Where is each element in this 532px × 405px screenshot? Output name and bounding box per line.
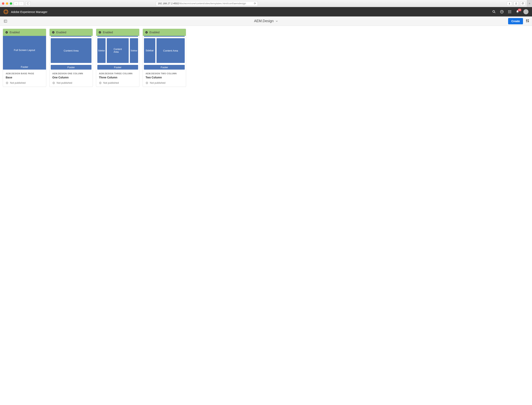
thumb-footer-label: Footer xyxy=(97,65,138,70)
thumb-footer-label: Footer xyxy=(51,65,92,70)
url-path: /libs/wcm/core/content/sites/templates.h… xyxy=(179,2,246,5)
breadcrumb-label: AEM.Design xyxy=(254,19,274,23)
card-meta: AEM.DESIGN BASE PAGE Base Not published xyxy=(3,70,46,87)
template-card[interactable]: Enabled Sidebar Content Area Footer AEM.… xyxy=(143,29,186,87)
chevron-down-icon xyxy=(276,20,278,22)
check-circle-icon xyxy=(99,31,101,34)
publish-label: Not published xyxy=(57,81,72,84)
svg-point-10 xyxy=(511,10,511,11)
template-thumbnail: Content Area Footer xyxy=(50,36,93,70)
globe-icon xyxy=(145,81,148,84)
actionbar: AEM.Design Create xyxy=(0,16,532,26)
svg-point-9 xyxy=(509,10,510,11)
status-badge: Enabled xyxy=(96,29,139,36)
template-grid: Enabled Full Screen Layout Footer AEM.DE… xyxy=(0,26,532,90)
check-circle-icon xyxy=(145,31,148,34)
thumb-fullscreen-label: Full Screen Layout xyxy=(3,36,46,64)
svg-rect-2 xyxy=(522,3,523,4)
svg-rect-20 xyxy=(528,20,529,20)
status-label: Enabled xyxy=(56,31,66,34)
template-name: One Column xyxy=(52,76,90,79)
svg-point-13 xyxy=(511,11,511,12)
reload-icon[interactable]: ⟳ xyxy=(254,2,256,5)
template-card[interactable]: Enabled Content Area Footer AEM.DESIGN O… xyxy=(49,29,93,87)
user-avatar[interactable] xyxy=(523,9,528,14)
thumb-sidebar-label: Sidebar xyxy=(97,38,105,63)
status-badge: Enabled xyxy=(143,29,186,36)
card-meta: AEM.DESIGN THREE COLUMN Three Column Not… xyxy=(96,70,139,87)
sidebar-button[interactable] xyxy=(26,1,31,6)
thumb-content-label: Content Area xyxy=(51,38,92,63)
search-icon[interactable] xyxy=(492,10,496,14)
tabs-button[interactable] xyxy=(520,1,525,6)
notification-badge: 16 xyxy=(518,9,521,11)
status-label: Enabled xyxy=(103,31,113,34)
breadcrumb[interactable]: AEM.Design xyxy=(254,19,278,23)
url-host: 192.168.27.2:4502 xyxy=(158,2,179,5)
back-button[interactable]: ‹ xyxy=(14,1,19,6)
publish-status: Not published xyxy=(145,81,183,84)
globe-icon xyxy=(52,81,55,84)
check-circle-icon xyxy=(52,31,55,34)
help-icon[interactable]: ? xyxy=(500,10,504,14)
svg-point-11 xyxy=(508,11,509,12)
thumb-sidebar-label: Sidebar xyxy=(144,38,155,63)
svg-rect-19 xyxy=(526,20,527,21)
traffic-lights xyxy=(2,2,12,5)
thumb-content-label: Content Area xyxy=(157,38,185,63)
card-meta: AEM.DESIGN TWO COLUMN Two Column Not pub… xyxy=(143,70,186,87)
status-label: Enabled xyxy=(150,31,159,34)
publish-status: Not published xyxy=(6,81,43,84)
create-button[interactable]: Create xyxy=(508,18,523,24)
aem-topbar: Adobe Experience Manager ? 16 xyxy=(0,7,532,16)
svg-point-15 xyxy=(509,13,510,13)
downloads-button[interactable] xyxy=(507,1,512,6)
template-type: AEM.DESIGN TWO COLUMN xyxy=(145,72,183,75)
globe-icon xyxy=(6,81,8,84)
publish-status: Not published xyxy=(99,81,137,84)
thumb-footer-label: Footer xyxy=(144,65,185,70)
close-window-icon[interactable] xyxy=(2,2,4,5)
status-label: Enabled xyxy=(10,31,20,34)
new-tab-button[interactable]: + xyxy=(527,0,532,7)
minimize-window-icon[interactable] xyxy=(6,2,8,5)
publish-label: Not published xyxy=(150,81,165,84)
globe-icon xyxy=(99,81,102,84)
thumb-footer-label: Footer xyxy=(3,64,46,70)
svg-point-16 xyxy=(511,13,511,13)
aem-logo-icon[interactable] xyxy=(4,9,8,14)
template-card[interactable]: Enabled Sidebar ContentArea Sidebar Foot… xyxy=(96,29,139,87)
svg-point-4 xyxy=(493,10,495,12)
svg-point-14 xyxy=(508,13,509,13)
status-badge: Enabled xyxy=(50,29,93,36)
share-button[interactable] xyxy=(514,1,519,6)
product-name[interactable]: Adobe Experience Manager xyxy=(11,10,47,14)
view-switcher[interactable] xyxy=(526,19,529,23)
url-bar[interactable]: 192.168.27.2:4502/libs/wcm/core/content/… xyxy=(156,1,258,6)
template-name: Two Column xyxy=(145,76,183,79)
template-thumbnail: Full Screen Layout Footer xyxy=(3,36,46,70)
svg-rect-3 xyxy=(522,2,524,4)
thumb-sidebar-label: Sidebar xyxy=(130,38,138,63)
rail-toggle-button[interactable] xyxy=(3,18,8,24)
template-thumbnail: Sidebar Content Area Footer xyxy=(143,36,186,70)
template-card[interactable]: Enabled Full Screen Layout Footer AEM.DE… xyxy=(3,29,46,87)
template-name: Three Column xyxy=(99,76,137,79)
forward-button[interactable]: › xyxy=(19,1,24,6)
svg-point-8 xyxy=(508,10,509,11)
template-name: Base xyxy=(6,76,43,79)
svg-rect-0 xyxy=(27,3,29,4)
svg-rect-22 xyxy=(526,21,527,22)
svg-line-5 xyxy=(495,12,495,13)
maximize-window-icon[interactable] xyxy=(10,2,12,5)
svg-rect-21 xyxy=(528,21,529,22)
notifications-icon[interactable]: 16 xyxy=(516,10,519,14)
template-type: AEM.DESIGN BASE PAGE xyxy=(6,72,43,75)
publish-status: Not published xyxy=(52,81,90,84)
template-type: AEM.DESIGN ONE COLUMN xyxy=(52,72,90,75)
template-type: AEM.DESIGN THREE COLUMN xyxy=(99,72,137,75)
svg-point-12 xyxy=(509,11,510,12)
solutions-icon[interactable] xyxy=(508,10,512,14)
browser-chrome: ‹ › 192.168.27.2:4502/libs/wcm/core/cont… xyxy=(0,0,532,7)
svg-text:?: ? xyxy=(501,11,503,13)
